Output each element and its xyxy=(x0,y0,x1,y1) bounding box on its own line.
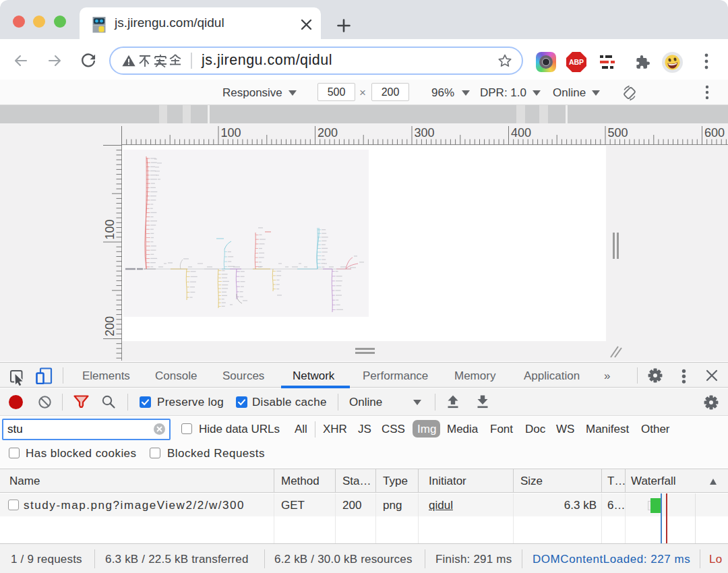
svg-text:200: 200 xyxy=(317,126,338,140)
svg-text:400: 400 xyxy=(511,126,531,140)
svg-text:100: 100 xyxy=(221,126,241,140)
svg-text:300: 300 xyxy=(415,126,435,140)
svg-text:200: 200 xyxy=(103,316,117,336)
svg-text:500: 500 xyxy=(608,126,628,140)
svg-text:100: 100 xyxy=(103,219,117,239)
svg-text:600: 600 xyxy=(704,126,725,140)
